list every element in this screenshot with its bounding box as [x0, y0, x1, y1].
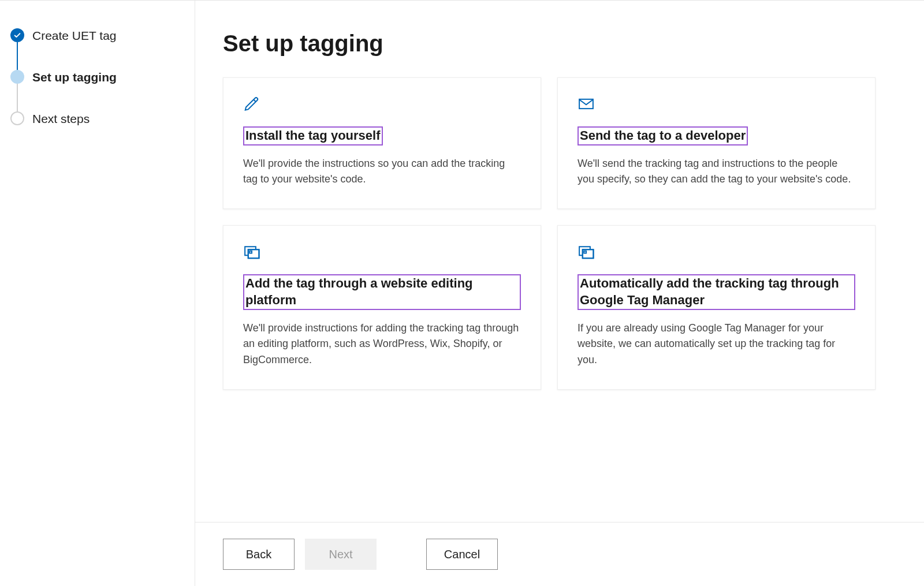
- next-button[interactable]: Next: [305, 539, 377, 570]
- card-send-to-developer[interactable]: Send the tag to a developer We'll send t…: [557, 77, 875, 209]
- card-title-highlight: Automatically add the tracking tag throu…: [578, 274, 855, 309]
- step-connector: [17, 42, 18, 71]
- step-label: Next steps: [32, 111, 90, 126]
- pencil-icon: [243, 95, 521, 113]
- step-indicator-completed: [10, 28, 24, 42]
- windows-icon: [578, 243, 855, 260]
- card-title: Add the tag through a website editing pl…: [245, 276, 473, 307]
- card-description: If you are already using Google Tag Mana…: [578, 320, 855, 369]
- page-root: Create UET tag Set up tagging Next steps…: [0, 0, 924, 586]
- wizard-stepper: Create UET tag Set up tagging Next steps: [0, 1, 195, 586]
- card-description: We'll provide instructions for adding th…: [243, 320, 521, 369]
- card-title-highlight: Install the tag yourself: [243, 126, 383, 145]
- check-icon: [13, 31, 21, 39]
- card-google-tag-manager[interactable]: Automatically add the tracking tag throu…: [557, 225, 875, 390]
- card-install-yourself[interactable]: Install the tag yourself We'll provide t…: [223, 77, 541, 209]
- step-label: Set up tagging: [32, 70, 117, 84]
- content-scroll: Set up tagging Install the tag yourself …: [195, 1, 924, 522]
- step-connector: [17, 84, 18, 113]
- back-button[interactable]: Back: [223, 539, 295, 570]
- card-website-platform[interactable]: Add the tag through a website editing pl…: [223, 225, 541, 390]
- footer-gap: [387, 539, 416, 570]
- windows-icon: [243, 243, 521, 260]
- card-description: We'll send the tracking tag and instruct…: [578, 156, 855, 188]
- step-indicator-upcoming: [10, 111, 24, 125]
- card-title-highlight: Add the tag through a website editing pl…: [243, 274, 521, 309]
- mail-icon: [578, 95, 855, 113]
- card-description: We'll provide the instructions so you ca…: [243, 156, 521, 188]
- wizard-footer: Back Next Cancel: [195, 522, 924, 586]
- card-title-highlight: Send the tag to a developer: [578, 126, 748, 145]
- step-next-steps[interactable]: Next steps: [10, 111, 183, 153]
- main-content: Set up tagging Install the tag yourself …: [195, 1, 924, 586]
- step-set-up-tagging[interactable]: Set up tagging: [10, 70, 183, 111]
- cancel-button[interactable]: Cancel: [426, 539, 498, 570]
- card-title: Send the tag to a developer: [580, 128, 746, 143]
- card-title: Automatically add the tracking tag throu…: [580, 276, 839, 307]
- step-create-uet-tag[interactable]: Create UET tag: [10, 28, 183, 70]
- step-label: Create UET tag: [32, 28, 117, 43]
- page-title: Set up tagging: [223, 31, 896, 57]
- card-title: Install the tag yourself: [245, 128, 381, 143]
- option-cards-grid: Install the tag yourself We'll provide t…: [223, 77, 875, 390]
- step-indicator-current: [10, 70, 24, 84]
